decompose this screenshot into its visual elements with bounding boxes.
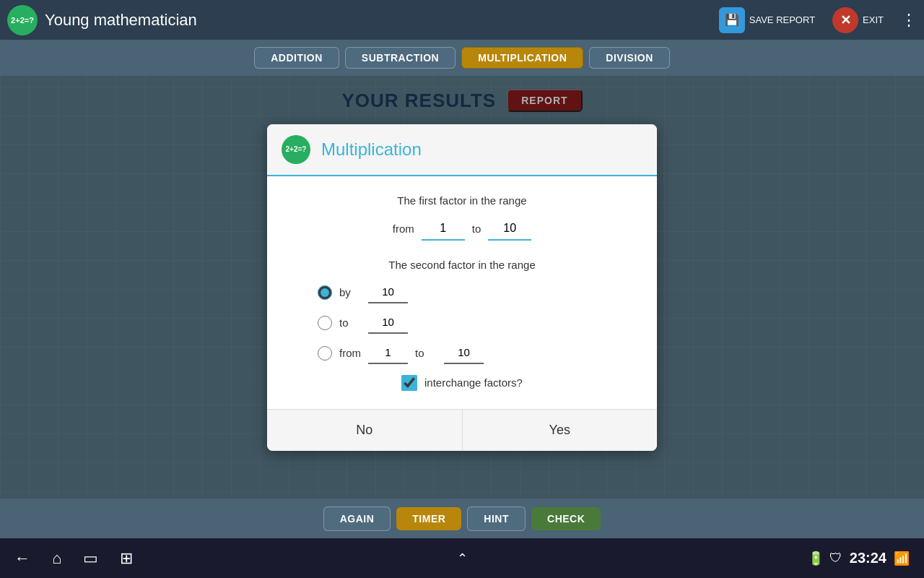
multiplication-dialog: 2+2=? Multiplication The first factor in…	[267, 124, 657, 451]
save-icon: 💾	[719, 7, 745, 33]
exit-label: EXIT	[863, 14, 884, 25]
tab-multiplication[interactable]: MULTIPLICATION	[461, 47, 583, 69]
exit-icon: ✕	[832, 7, 858, 33]
bottom-toolbar: AGAIN TIMER HINT CHECK	[0, 499, 924, 538]
dialog-logo: 2+2=?	[282, 135, 310, 164]
home-icon[interactable]: ⌂	[52, 549, 61, 568]
timer-button[interactable]: TIMER	[396, 507, 461, 530]
radio-to-row: to	[289, 312, 635, 334]
radio-from-to-value-input[interactable]	[444, 342, 484, 364]
first-to-input[interactable]	[488, 217, 531, 241]
radio-from-to-label: to	[415, 347, 437, 359]
system-nav-left: ← ⌂ ▭ ⊞	[14, 549, 133, 568]
dialog-body: The first factor in the range from to Th…	[267, 176, 657, 409]
second-factor-label: The second factor in the range	[289, 259, 635, 271]
interchange-row: interchange factors?	[289, 375, 635, 391]
header-actions: 💾 SAVE REPORT ✕ EXIT ⋮	[713, 4, 917, 36]
first-factor-range: from to	[289, 217, 635, 241]
first-factor-label: The first factor in the range	[289, 194, 635, 207]
first-from-input[interactable]	[422, 217, 465, 241]
hint-button[interactable]: HINT	[467, 506, 526, 531]
system-time: 23:24	[850, 550, 886, 566]
system-bar: ← ⌂ ▭ ⊞ ⌃ 🔋 🛡 23:24 📶	[0, 538, 924, 578]
radio-from-value-input[interactable]	[368, 342, 408, 364]
yes-button[interactable]: Yes	[463, 410, 658, 451]
again-button[interactable]: AGAIN	[323, 506, 391, 531]
back-icon[interactable]: ←	[14, 549, 30, 568]
system-center: ⌃	[457, 551, 468, 566]
dialog-title: Multiplication	[321, 139, 422, 160]
save-report-button[interactable]: 💾 SAVE REPORT	[713, 4, 821, 36]
radio-by-label: by	[339, 286, 361, 298]
menu-icon[interactable]: ⋮	[901, 11, 917, 30]
navbar: ADDITION SUBTRACTION MULTIPLICATION DIVI…	[0, 40, 924, 76]
interchange-label: interchange factors?	[424, 376, 523, 389]
no-button[interactable]: No	[267, 410, 463, 451]
qr-icon[interactable]: ⊞	[120, 549, 133, 568]
exit-button[interactable]: ✕ EXIT	[827, 4, 889, 36]
radio-by-row: by	[289, 282, 635, 303]
dialog-header: 2+2=? Multiplication	[267, 124, 657, 176]
system-right: 🔋 🛡 23:24 📶	[808, 550, 910, 566]
tab-division[interactable]: DIVISION	[589, 47, 669, 69]
first-to-label: to	[472, 223, 481, 235]
tab-addition[interactable]: ADDITION	[254, 47, 339, 69]
radio-from-label: from	[339, 347, 361, 359]
first-from-label: from	[393, 223, 414, 235]
save-report-label: SAVE REPORT	[749, 14, 815, 25]
radio-to-value-input[interactable]	[368, 312, 408, 334]
radio-from-input[interactable]	[318, 346, 332, 361]
radio-to-label: to	[339, 316, 361, 329]
radio-by-value-input[interactable]	[368, 282, 408, 303]
battery-icon: 🔋	[808, 551, 824, 566]
app-logo: 2+2=?	[7, 5, 38, 35]
radio-from-row: from to	[289, 342, 635, 364]
signal-icon: 📶	[894, 551, 910, 566]
status-icons: 🔋 🛡	[808, 551, 842, 566]
shield-icon: 🛡	[829, 551, 842, 566]
header: 2+2=? Young mathematician 💾 SAVE REPORT …	[0, 0, 924, 40]
home-indicator[interactable]: ⌃	[457, 551, 468, 566]
recents-icon[interactable]: ▭	[83, 549, 98, 568]
dialog-wrapper: 2+2=? Multiplication The first factor in…	[0, 76, 924, 499]
radio-by-input[interactable]	[318, 285, 332, 300]
dialog-footer: No Yes	[267, 410, 657, 451]
tab-subtraction[interactable]: SUBTRACTION	[345, 47, 456, 69]
check-button[interactable]: CHECK	[531, 507, 601, 530]
interchange-checkbox[interactable]	[401, 375, 417, 391]
radio-to-input[interactable]	[318, 316, 332, 330]
app-title: Young mathematician	[45, 11, 713, 30]
